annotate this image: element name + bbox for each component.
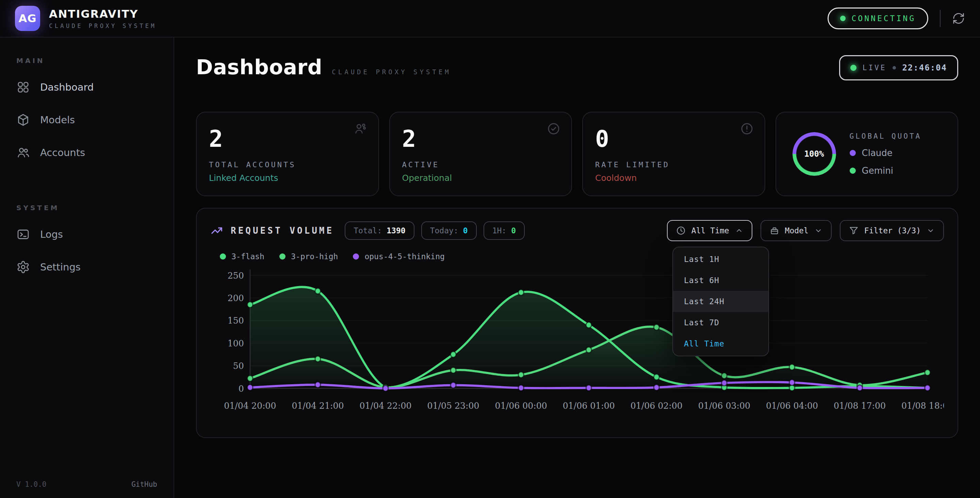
- alert-circle-icon: [740, 122, 754, 136]
- page-subtitle: CLAUDE PROXY SYSTEM: [332, 68, 451, 76]
- sidebar-section-main: MAIN: [16, 57, 173, 65]
- legend-label: 3-flash: [231, 252, 264, 261]
- filter-label: Filter (3/3): [864, 226, 921, 235]
- request-volume-panel: REQUEST VOLUME Total: 1390 Today: 0 1H: …: [196, 208, 958, 438]
- pill-value: 0: [511, 226, 516, 235]
- svg-text:01/04 20:00: 01/04 20:00: [224, 400, 276, 411]
- stat-label: ACTIVE: [402, 160, 559, 169]
- legend-label: Gemini: [862, 166, 893, 176]
- dropdown-item[interactable]: Last 24H: [673, 291, 768, 312]
- app-title: ANTIGRAVITY: [49, 8, 156, 21]
- total-pill: Total: 1390: [345, 222, 414, 240]
- svg-text:01/08 18:00: 01/08 18:00: [901, 400, 944, 411]
- sidebar-item-settings[interactable]: Settings: [7, 253, 167, 281]
- live-dot: [850, 65, 856, 71]
- pill-value: 0: [463, 226, 468, 235]
- brand: ANTIGRAVITY CLAUDE PROXY SYSTEM: [49, 8, 156, 29]
- quota-legend-item: Gemini: [850, 166, 922, 176]
- svg-text:250: 250: [228, 270, 244, 281]
- users-icon: [16, 146, 30, 160]
- model-filter-label: Model: [785, 226, 808, 235]
- request-volume-chart: 05010015020025001/04 20:0001/04 21:0001/…: [210, 263, 944, 422]
- connection-status-badge: CONNECTING: [827, 8, 928, 29]
- header-divider: [940, 10, 940, 27]
- chart-legend-item[interactable]: 3-flash: [220, 252, 264, 261]
- dropdown-item[interactable]: Last 7D: [673, 312, 768, 333]
- quota-ring: 100%: [792, 132, 836, 176]
- github-link[interactable]: GitHub: [131, 480, 157, 488]
- dropdown-item[interactable]: All Time: [673, 333, 768, 354]
- legend-dot: [220, 254, 226, 260]
- today-pill: Today: 0: [421, 222, 477, 240]
- stat-label: TOTAL ACCOUNTS: [209, 160, 366, 169]
- pill-label: Today:: [430, 226, 458, 235]
- main-content: Dashboard CLAUDE PROXY SYSTEM LIVE 22:46…: [174, 37, 980, 498]
- app-subtitle: CLAUDE PROXY SYSTEM: [49, 22, 156, 29]
- funnel-icon: [849, 225, 859, 236]
- status-dot: [840, 16, 846, 21]
- app-logo: AG: [15, 6, 40, 31]
- legend-dot: [850, 150, 856, 156]
- svg-text:50: 50: [233, 361, 244, 371]
- chart-legend-item[interactable]: opus-4-5-thinking: [353, 252, 444, 261]
- quota-label: GLOBAL QUOTA: [850, 132, 922, 140]
- sidebar-item-models[interactable]: Models: [7, 105, 167, 134]
- stat-card-active: 2 ACTIVE Operational: [389, 112, 572, 196]
- sidebar-item-logs[interactable]: Logs: [7, 220, 167, 249]
- hour-pill: 1H: 0: [484, 222, 525, 240]
- svg-text:01/04 21:00: 01/04 21:00: [292, 400, 344, 411]
- pill-label: 1H:: [492, 226, 507, 235]
- chevron-down-icon: [814, 226, 823, 235]
- svg-text:01/06 01:00: 01/06 01:00: [563, 400, 615, 411]
- version-label: V 1.0.0: [16, 480, 47, 488]
- page-title: Dashboard: [196, 55, 322, 79]
- time-range-button[interactable]: All Time: [667, 220, 752, 241]
- sidebar-item-label: Dashboard: [40, 81, 94, 93]
- time-range-dropdown: Last 1HLast 6HLast 24HLast 7DAll Time: [672, 247, 769, 356]
- grid-icon: [16, 80, 30, 94]
- pill-value: 1390: [387, 226, 405, 235]
- quota-legend-item: Claude: [850, 148, 922, 158]
- time-range-label: All Time: [692, 226, 729, 235]
- filter-button[interactable]: Filter (3/3): [840, 220, 944, 241]
- stat-value: 2: [209, 125, 366, 152]
- quota-legend: Claude Gemini: [850, 148, 922, 176]
- live-badge: LIVE 22:46:04: [839, 55, 958, 80]
- stat-card-total-accounts: 2 TOTAL ACCOUNTS Linked Accounts: [196, 112, 379, 196]
- clock: 22:46:04: [902, 63, 947, 73]
- sidebar: MAIN Dashboard Models: [0, 37, 174, 498]
- separator-dot: [892, 66, 896, 70]
- status-label: CONNECTING: [852, 14, 916, 23]
- svg-text:01/06 03:00: 01/06 03:00: [698, 400, 750, 411]
- check-circle-icon: [547, 122, 560, 136]
- dropdown-item[interactable]: Last 1H: [673, 249, 768, 270]
- chart-legend-item[interactable]: 3-pro-high: [279, 252, 338, 261]
- live-label: LIVE: [862, 64, 887, 72]
- chevron-up-icon: [735, 226, 743, 235]
- sidebar-section-system: SYSTEM: [16, 204, 173, 212]
- sidebar-item-label: Accounts: [40, 147, 85, 158]
- stat-sublabel: Operational: [402, 173, 559, 183]
- svg-text:01/06 02:00: 01/06 02:00: [630, 400, 682, 411]
- chevron-down-icon: [926, 226, 935, 235]
- sidebar-item-dashboard[interactable]: Dashboard: [7, 73, 167, 102]
- clock-icon: [676, 225, 686, 236]
- svg-text:01/06 04:00: 01/06 04:00: [766, 400, 818, 411]
- model-box-icon: [769, 225, 780, 236]
- svg-text:200: 200: [228, 293, 244, 303]
- terminal-icon: [16, 228, 30, 241]
- svg-text:100: 100: [228, 338, 244, 348]
- model-filter-button[interactable]: Model: [760, 220, 832, 241]
- svg-text:01/05 23:00: 01/05 23:00: [427, 400, 479, 411]
- panel-title: REQUEST VOLUME: [231, 225, 334, 236]
- stat-card-global-quota: 100% GLOBAL QUOTA Claude Gemini: [775, 112, 959, 196]
- sidebar-item-accounts[interactable]: Accounts: [7, 138, 167, 167]
- sidebar-item-label: Logs: [40, 228, 63, 240]
- stat-label: RATE LIMITED: [595, 160, 752, 169]
- refresh-icon[interactable]: [952, 12, 965, 25]
- app-header: AG ANTIGRAVITY CLAUDE PROXY SYSTEM CONNE…: [0, 0, 980, 37]
- stat-sublabel: Cooldown: [595, 173, 752, 183]
- legend-dot: [353, 254, 359, 260]
- dropdown-item[interactable]: Last 6H: [673, 270, 768, 291]
- legend-dot: [850, 168, 856, 174]
